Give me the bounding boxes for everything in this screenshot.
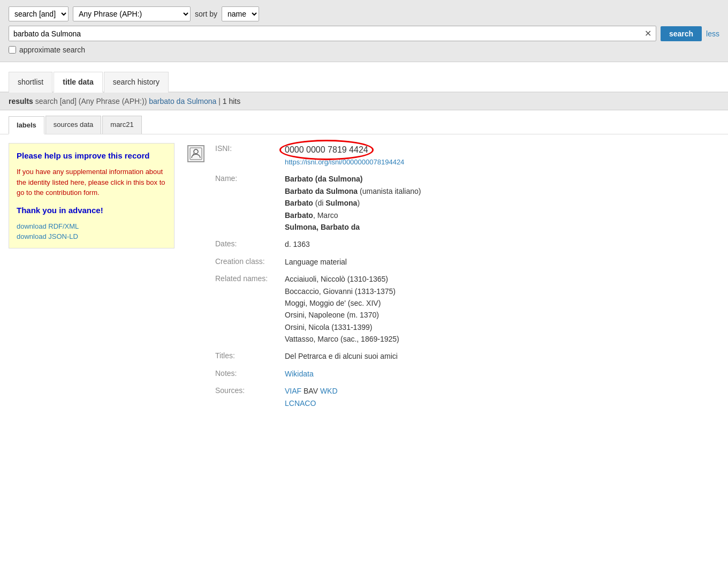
related-names-values: Acciaiuoli, Niccolò (1310-1365) Boccacci… (285, 273, 719, 345)
lcnaco-link[interactable]: LCNACO (285, 399, 316, 408)
approximate-search-checkbox[interactable] (9, 46, 16, 54)
search-row2: ✕ search less (9, 26, 719, 41)
clear-button[interactable]: ✕ (640, 26, 656, 41)
sources-row1: VIAF BAV WKD (285, 385, 719, 397)
isni-value: 0000 0000 7819 4424 https://isni.org/isn… (285, 143, 719, 168)
results-search-term: barbato da Sulmona (149, 97, 216, 105)
titles-label: Titles: (215, 350, 285, 360)
tab-search-history[interactable]: search history (104, 72, 169, 93)
results-query-desc: search [and] (Any Phrase (APH:)) (35, 97, 149, 105)
phrase-type-select[interactable]: Any Phrase (APH:) (73, 6, 191, 21)
notes-label: Notes: (215, 368, 285, 378)
sub-tab-sources-data[interactable]: sources data (46, 116, 101, 134)
record-icon-area (185, 143, 207, 162)
wkd-link[interactable]: WKD (320, 387, 338, 395)
related-name-2: Boccaccio, Giovanni (1313-1375) (285, 285, 719, 297)
name-entry-3: Barbato (di Sulmona) (285, 197, 719, 209)
tab-shortlist[interactable]: shortlist (9, 72, 52, 93)
related-name-5: Orsini, Nicola (1331-1399) (285, 321, 719, 333)
record-area: ISNI: 0000 0000 7819 4424 https://isni.o… (185, 143, 719, 414)
isni-url-link[interactable]: https://isni.org/isni/0000000078194424 (285, 157, 719, 168)
dates-field-row: Dates: d. 1363 (215, 238, 719, 250)
related-names-label: Related names: (215, 273, 285, 283)
sort-select[interactable]: name (222, 6, 259, 21)
name-values: Barbato (da Sulmona) Barbato da Sulmona … (285, 173, 719, 233)
improve-body: If you have any supplemental information… (17, 167, 166, 198)
sources-value: VIAF BAV WKD LCNACO (285, 385, 719, 409)
sub-tabs-area: labels sources data marc21 (0, 110, 728, 134)
download-json-link[interactable]: download JSON-LD (17, 232, 166, 240)
sources-label: Sources: (215, 385, 285, 395)
search-input-wrap: ✕ (9, 26, 656, 41)
name-label: Name: (215, 173, 285, 183)
related-names-field-row: Related names: Acciaiuoli, Niccolò (1310… (215, 273, 719, 345)
related-name-1: Acciaiuoli, Niccolò (1310-1365) (285, 273, 719, 285)
main-tabs-area: shortlist title data search history (0, 71, 728, 93)
dates-value: d. 1363 (285, 238, 719, 250)
approximate-search-row: approximate search (9, 46, 719, 54)
creation-class-value: Language material (285, 256, 719, 268)
results-bar: results search [and] (Any Phrase (APH:))… (0, 93, 728, 110)
isni-field-row: ISNI: 0000 0000 7819 4424 https://isni.o… (215, 143, 719, 168)
related-name-3: Moggi, Moggio de' (sec. XIV) (285, 297, 719, 309)
notes-field-row: Notes: Wikidata (215, 368, 719, 380)
creation-class-label: Creation class: (215, 256, 285, 266)
name-entry-4: Barbato, Marco (285, 209, 719, 221)
sources-bav: BAV (304, 387, 320, 395)
isni-label: ISNI: (215, 143, 285, 153)
sub-tabs: labels sources data marc21 (9, 116, 719, 134)
creation-class-field-row: Creation class: Language material (215, 256, 719, 268)
search-button[interactable]: search (661, 26, 702, 41)
results-separator: | (218, 97, 223, 105)
record-fields: ISNI: 0000 0000 7819 4424 https://isni.o… (215, 143, 719, 414)
main-content: Please help us improve this record If yo… (0, 134, 728, 423)
approximate-search-label: approximate search (19, 46, 85, 54)
sub-tab-marc21[interactable]: marc21 (102, 116, 141, 134)
search-row1: search [and] Any Phrase (APH:) sort by n… (9, 6, 719, 21)
titles-field-row: Titles: Del Petrarca e di alcuni suoi am… (215, 350, 719, 362)
search-input[interactable] (9, 27, 640, 41)
download-rdf-link[interactable]: download RDF/XML (17, 222, 166, 230)
sort-by-label: sort by (195, 10, 217, 18)
titles-value: Del Petrarca e di alcuni suoi amici (285, 350, 719, 362)
results-label: results (9, 97, 33, 105)
results-hits: 1 hits (223, 97, 240, 105)
name-field-row: Name: Barbato (da Sulmona) Barbato da Su… (215, 173, 719, 233)
name-entry-5: Sulmona, Barbato da (285, 221, 719, 233)
improve-title: Please help us improve this record (17, 151, 166, 160)
less-link[interactable]: less (706, 29, 719, 38)
main-tabs: shortlist title data search history (9, 71, 719, 92)
search-type-select[interactable]: search [and] (9, 6, 69, 21)
improve-box[interactable]: Please help us improve this record If yo… (9, 143, 175, 248)
search-area: search [and] Any Phrase (APH:) sort by n… (0, 0, 728, 62)
sources-field-row: Sources: VIAF BAV WKD LCNACO (215, 385, 719, 409)
isni-number: 0000 0000 7819 4424 (285, 143, 368, 157)
wikidata-link[interactable]: Wikidata (285, 370, 314, 378)
related-name-6: Vattasso, Marco (sac., 1869-1925) (285, 333, 719, 345)
name-entry-2: Barbato da Sulmona (umanista italiano) (285, 185, 719, 197)
dates-label: Dates: (215, 238, 285, 248)
sources-row2: LCNACO (285, 397, 719, 409)
notes-value: Wikidata (285, 368, 719, 380)
viaf-link[interactable]: VIAF (285, 387, 301, 395)
person-icon (187, 145, 204, 162)
name-entry-1: Barbato (da Sulmona) (285, 173, 719, 185)
improve-thanks: Thank you in advance! (17, 206, 166, 215)
tab-title-data[interactable]: title data (54, 72, 103, 93)
related-name-4: Orsini, Napoleone (m. 1370) (285, 309, 719, 321)
download-links: download RDF/XML download JSON-LD (17, 222, 166, 240)
sub-tab-labels[interactable]: labels (9, 116, 44, 134)
